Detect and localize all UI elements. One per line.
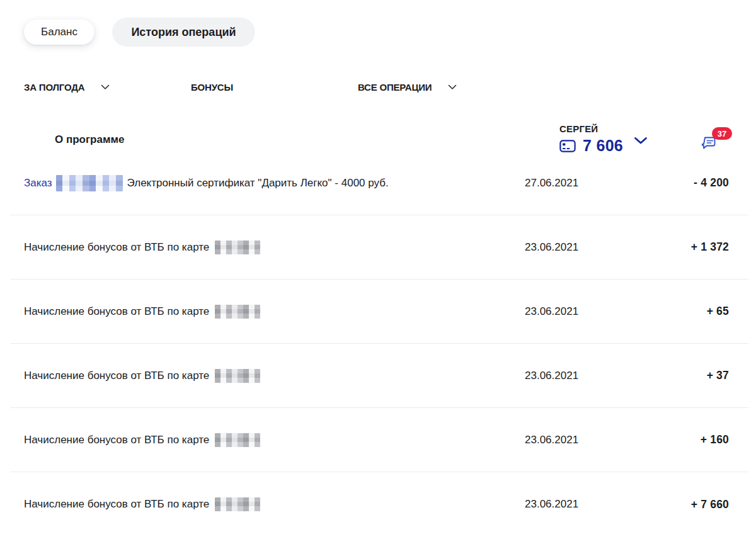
transaction-amount: + 37 (651, 369, 729, 382)
transaction-description: Начисление бонусов от ВТБ по карте (24, 497, 525, 511)
account-header: О программе СЕРГЕЙ 7 606 (0, 94, 756, 151)
redacted-blur (215, 241, 260, 254)
transaction-row: ЗаказЭлектронный сертификат "Дарить Легк… (10, 151, 748, 215)
filter-period-dropdown[interactable]: ЗА ПОЛГОДА (24, 82, 110, 93)
tab-balance[interactable]: Баланс (24, 20, 94, 45)
tab-history-operations[interactable]: История операций (112, 18, 255, 47)
transaction-amount: + 1 372 (651, 241, 729, 254)
transaction-description: Начисление бонусов от ВТБ по карте (24, 433, 525, 447)
about-program-link[interactable]: О программе (55, 133, 125, 146)
redacted-blur (215, 433, 260, 447)
transaction-description: ЗаказЭлектронный сертификат "Дарить Легк… (24, 175, 525, 191)
bonus-balance-value: 7 606 (583, 137, 623, 155)
transaction-description: Начисление бонусов от ВТБ по карте (24, 369, 525, 383)
transaction-row: Начисление бонусов от ВТБ по карте 23.06… (10, 280, 748, 344)
filters-bar: ЗА ПОЛГОДА БОНУСЫ ВСЕ ОПЕРАЦИИ (0, 82, 756, 94)
redacted-blur (215, 497, 260, 511)
balance-selector[interactable]: СЕРГЕЙ 7 606 (559, 123, 648, 155)
filter-operations-label: ВСЕ ОПЕРАЦИИ (358, 82, 432, 93)
transaction-date: 23.06.2021 (525, 241, 651, 254)
order-link[interactable]: Заказ (24, 177, 52, 190)
transaction-text: Начисление бонусов от ВТБ по карте (24, 498, 209, 511)
transaction-row: Начисление бонусов от ВТБ по карте 23.06… (10, 472, 748, 536)
transactions-list: ЗаказЭлектронный сертификат "Дарить Легк… (10, 151, 748, 536)
transaction-row: Начисление бонусов от ВТБ по карте 23.06… (10, 215, 748, 280)
transaction-text: Начисление бонусов от ВТБ по карте (24, 434, 209, 446)
messages-button[interactable]: 37 (701, 127, 731, 154)
transaction-date: 23.06.2021 (525, 498, 651, 511)
transaction-text: Начисление бонусов от ВТБ по карте (24, 241, 209, 254)
view-tabs: Баланс История операций (0, 0, 756, 47)
transaction-date: 27.06.2021 (525, 177, 651, 190)
chevron-down-icon (448, 84, 457, 90)
transaction-description: Начисление бонусов от ВТБ по карте (24, 305, 525, 319)
filter-bonus-label: БОНУСЫ (191, 82, 233, 93)
transaction-amount: + 65 (651, 305, 729, 318)
chevron-down-icon (634, 137, 648, 145)
redacted-blur (56, 175, 123, 191)
card-icon (559, 140, 576, 152)
filter-period-label: ЗА ПОЛГОДА (24, 82, 84, 93)
transaction-text: Начисление бонусов от ВТБ по карте (24, 370, 209, 382)
transaction-row: Начисление бонусов от ВТБ по карте 23.06… (10, 408, 748, 472)
transaction-date: 23.06.2021 (525, 370, 651, 382)
redacted-blur (215, 369, 260, 383)
redacted-blur (215, 305, 260, 319)
transaction-amount: + 160 (651, 433, 729, 446)
user-name: СЕРГЕЙ (559, 123, 648, 134)
messages-count-badge: 37 (712, 127, 732, 140)
transaction-description: Начисление бонусов от ВТБ по карте (24, 241, 525, 254)
filter-bonus[interactable]: БОНУСЫ (191, 82, 233, 93)
transaction-text: Электронный сертификат "Дарить Легко" - … (127, 177, 389, 190)
transaction-row: Начисление бонусов от ВТБ по карте 23.06… (10, 344, 748, 408)
transaction-text: Начисление бонусов от ВТБ по карте (24, 305, 209, 318)
transaction-date: 23.06.2021 (525, 305, 651, 318)
transaction-date: 23.06.2021 (525, 434, 651, 446)
chevron-down-icon (101, 84, 110, 90)
transaction-amount: + 7 660 (651, 498, 729, 511)
filter-operations-dropdown[interactable]: ВСЕ ОПЕРАЦИИ (358, 82, 457, 93)
transaction-amount: - 4 200 (651, 176, 729, 190)
